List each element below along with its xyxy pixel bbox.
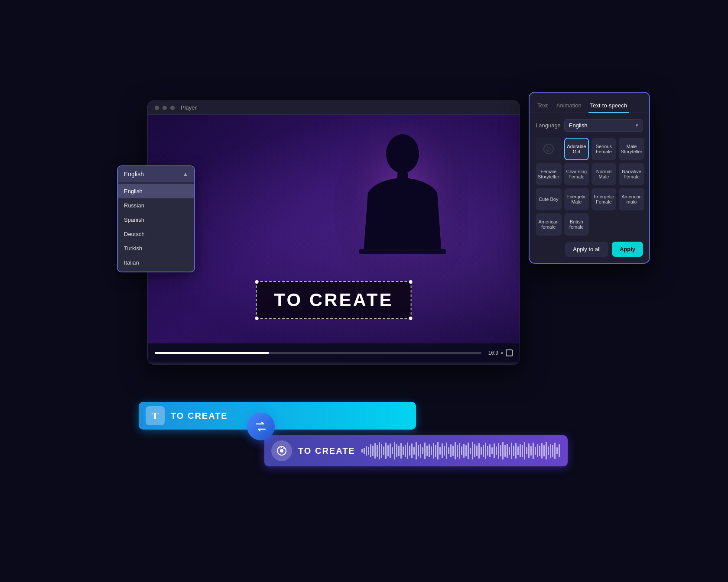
audio-track-icon: [271, 440, 292, 461]
wave-bar: [403, 446, 404, 455]
voice-grid: ⊘ Adorable Girl Serious Female Male Stor…: [536, 138, 643, 236]
wave-bar: [550, 444, 551, 458]
audio-track-label: TO CREATE: [298, 446, 355, 456]
wave-bar: [383, 446, 384, 455]
wave-bar: [520, 444, 521, 457]
wave-bar: [522, 445, 523, 457]
wave-bar: [535, 447, 536, 455]
voice-cell-male-storyteller[interactable]: Male Storyteller: [619, 138, 645, 160]
wave-bar: [420, 444, 421, 458]
wave-bar: [504, 445, 506, 457]
arrows-icon: [254, 420, 268, 433]
wave-bar: [533, 443, 534, 459]
wave-bar: [517, 446, 519, 455]
tts-lang-label: Language: [536, 122, 561, 129]
tts-lang-value: English: [569, 122, 588, 129]
tts-lang-select[interactable]: English ▾: [564, 119, 643, 132]
window-dot: [155, 106, 159, 110]
wave-bar: [437, 442, 439, 459]
wave-bar: [439, 447, 441, 455]
wave-bar: [526, 447, 527, 454]
wave-bar: [494, 443, 495, 458]
audio-track[interactable]: TO CREATE: [264, 435, 568, 466]
wave-bar: [444, 446, 445, 456]
fullscreen-icon[interactable]: [506, 349, 513, 356]
wave-bar: [374, 443, 376, 459]
wave-bar: [541, 443, 543, 459]
text-track[interactable]: T TO CREATE: [139, 402, 416, 430]
wave-bar: [481, 447, 482, 455]
wave-bar: [368, 447, 369, 455]
player-title: Player: [181, 104, 197, 111]
lang-item-italian[interactable]: Italian: [118, 255, 194, 270]
handle-top-right[interactable]: [409, 280, 412, 284]
svg-point-5: [280, 449, 283, 453]
wave-bar: [546, 442, 547, 459]
voice-cell-cute-boy[interactable]: Cute Boy: [536, 188, 562, 210]
switch-icon[interactable]: [247, 413, 275, 440]
aspect-ratio[interactable]: 16:9 ▾: [488, 349, 513, 356]
waveform: [361, 442, 561, 459]
wave-bar: [485, 443, 486, 459]
wave-bar: [465, 445, 467, 456]
window-dot: [162, 106, 167, 110]
wave-bar: [435, 445, 436, 457]
wave-bar: [496, 446, 497, 455]
lang-dropdown-header[interactable]: English ▲: [118, 166, 194, 182]
voice-cell-charming-female[interactable]: Charming Female: [564, 163, 589, 185]
tts-tabs: Text Animation Text-to-speech: [530, 93, 649, 113]
text-track-label: TO CREATE: [171, 411, 228, 421]
lang-item-deutsch[interactable]: Deutsch: [118, 227, 194, 241]
wave-bar: [500, 445, 501, 456]
tab-text-to-speech[interactable]: Text-to-speech: [588, 99, 629, 113]
wave-bar: [530, 446, 532, 456]
wave-bar: [422, 447, 423, 454]
apply-to-all-button[interactable]: Apply to all: [565, 242, 608, 257]
language-dropdown[interactable]: English ▲ English Russian Spanish Deutsc…: [117, 165, 195, 272]
wave-bar: [491, 447, 493, 454]
timeline-bar[interactable]: [155, 352, 481, 354]
handle-top-left[interactable]: [255, 280, 259, 284]
voice-cell-energetic-male[interactable]: Energetic Male: [564, 188, 589, 210]
wave-bar: [366, 446, 367, 456]
voice-cell-american-female[interactable]: American female: [536, 213, 562, 236]
wave-bar: [543, 445, 545, 456]
lang-item-english[interactable]: English: [118, 184, 194, 198]
voice-cell-normal-male[interactable]: Normal Male: [592, 163, 616, 185]
wave-bar: [474, 444, 475, 457]
wave-bar: [457, 445, 458, 457]
voice-cell-british-female[interactable]: British female: [564, 213, 589, 236]
lang-item-russian[interactable]: Russian: [118, 198, 194, 213]
voice-cell-adorable-girl[interactable]: Adorable Girl: [564, 138, 589, 160]
wave-bar: [370, 444, 371, 457]
wave-bar: [409, 446, 410, 456]
wave-bar: [502, 442, 504, 459]
voice-cell-serious-female[interactable]: Serious Female: [592, 138, 616, 160]
apply-button[interactable]: Apply: [612, 242, 643, 257]
wave-bar: [515, 443, 517, 459]
wave-bar: [476, 446, 478, 456]
wave-bar: [418, 445, 419, 456]
voice-cell-female-storyteller[interactable]: Female Storyteller: [536, 163, 562, 185]
wave-bar: [450, 444, 452, 457]
voice-cell-narrative-female[interactable]: Narrative Female: [619, 163, 645, 185]
wave-bar: [539, 446, 540, 456]
voice-cell-energetic-female[interactable]: Energetic Female: [592, 188, 616, 210]
player-text-overlay[interactable]: TO CREATE: [256, 281, 412, 319]
lang-item-spanish[interactable]: Spanish: [118, 213, 194, 227]
wave-bar: [478, 443, 480, 459]
wave-bar: [452, 446, 454, 456]
wave-bar: [483, 445, 484, 457]
tab-text[interactable]: Text: [536, 99, 549, 113]
lang-item-turkish[interactable]: Turkish: [118, 241, 194, 255]
chevron-down-icon: ▾: [501, 351, 503, 356]
tts-actions: Apply to all Apply: [536, 242, 643, 257]
handle-bottom-right[interactable]: [409, 317, 412, 320]
wave-bar: [524, 442, 525, 459]
player-window: Player: [147, 100, 520, 365]
handle-bottom-left[interactable]: [255, 317, 259, 320]
voice-cell-american-malo[interactable]: American malo: [619, 188, 645, 210]
wave-bar: [424, 443, 426, 459]
wave-bar: [511, 443, 512, 459]
tab-animation[interactable]: Animation: [555, 99, 583, 113]
